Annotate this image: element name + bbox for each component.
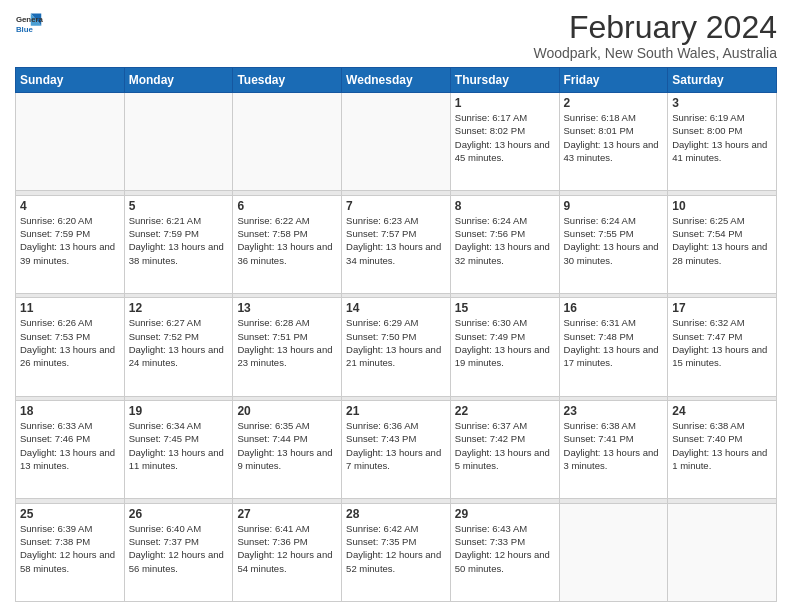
logo-area: General Blue bbox=[15, 10, 43, 38]
col-monday: Monday bbox=[124, 68, 233, 93]
calendar-cell: 20Sunrise: 6:35 AM Sunset: 7:44 PM Dayli… bbox=[233, 401, 342, 499]
calendar-cell: 14Sunrise: 6:29 AM Sunset: 7:50 PM Dayli… bbox=[342, 298, 451, 396]
calendar-cell: 29Sunrise: 6:43 AM Sunset: 7:33 PM Dayli… bbox=[450, 503, 559, 601]
day-detail: Sunrise: 6:31 AM Sunset: 7:48 PM Dayligh… bbox=[564, 316, 664, 369]
calendar-cell: 8Sunrise: 6:24 AM Sunset: 7:56 PM Daylig… bbox=[450, 195, 559, 293]
calendar-cell: 3Sunrise: 6:19 AM Sunset: 8:00 PM Daylig… bbox=[668, 93, 777, 191]
day-number: 29 bbox=[455, 507, 555, 521]
day-detail: Sunrise: 6:38 AM Sunset: 7:40 PM Dayligh… bbox=[672, 419, 772, 472]
calendar-cell bbox=[668, 503, 777, 601]
day-detail: Sunrise: 6:36 AM Sunset: 7:43 PM Dayligh… bbox=[346, 419, 446, 472]
day-number: 12 bbox=[129, 301, 229, 315]
day-number: 20 bbox=[237, 404, 337, 418]
day-number: 4 bbox=[20, 199, 120, 213]
calendar-cell: 5Sunrise: 6:21 AM Sunset: 7:59 PM Daylig… bbox=[124, 195, 233, 293]
day-number: 27 bbox=[237, 507, 337, 521]
month-title: February 2024 bbox=[533, 10, 777, 45]
day-number: 25 bbox=[20, 507, 120, 521]
calendar-cell: 28Sunrise: 6:42 AM Sunset: 7:35 PM Dayli… bbox=[342, 503, 451, 601]
day-detail: Sunrise: 6:34 AM Sunset: 7:45 PM Dayligh… bbox=[129, 419, 229, 472]
day-detail: Sunrise: 6:32 AM Sunset: 7:47 PM Dayligh… bbox=[672, 316, 772, 369]
day-detail: Sunrise: 6:22 AM Sunset: 7:58 PM Dayligh… bbox=[237, 214, 337, 267]
calendar-cell: 25Sunrise: 6:39 AM Sunset: 7:38 PM Dayli… bbox=[16, 503, 125, 601]
day-number: 3 bbox=[672, 96, 772, 110]
day-detail: Sunrise: 6:42 AM Sunset: 7:35 PM Dayligh… bbox=[346, 522, 446, 575]
day-detail: Sunrise: 6:24 AM Sunset: 7:55 PM Dayligh… bbox=[564, 214, 664, 267]
day-detail: Sunrise: 6:35 AM Sunset: 7:44 PM Dayligh… bbox=[237, 419, 337, 472]
day-detail: Sunrise: 6:25 AM Sunset: 7:54 PM Dayligh… bbox=[672, 214, 772, 267]
calendar-cell bbox=[559, 503, 668, 601]
calendar-cell: 7Sunrise: 6:23 AM Sunset: 7:57 PM Daylig… bbox=[342, 195, 451, 293]
day-number: 7 bbox=[346, 199, 446, 213]
day-number: 8 bbox=[455, 199, 555, 213]
header: General Blue February 2024 Woodpark, New… bbox=[15, 10, 777, 61]
day-detail: Sunrise: 6:43 AM Sunset: 7:33 PM Dayligh… bbox=[455, 522, 555, 575]
day-detail: Sunrise: 6:18 AM Sunset: 8:01 PM Dayligh… bbox=[564, 111, 664, 164]
day-detail: Sunrise: 6:20 AM Sunset: 7:59 PM Dayligh… bbox=[20, 214, 120, 267]
day-number: 1 bbox=[455, 96, 555, 110]
day-detail: Sunrise: 6:23 AM Sunset: 7:57 PM Dayligh… bbox=[346, 214, 446, 267]
calendar-cell: 11Sunrise: 6:26 AM Sunset: 7:53 PM Dayli… bbox=[16, 298, 125, 396]
calendar-cell: 2Sunrise: 6:18 AM Sunset: 8:01 PM Daylig… bbox=[559, 93, 668, 191]
calendar-cell: 12Sunrise: 6:27 AM Sunset: 7:52 PM Dayli… bbox=[124, 298, 233, 396]
day-detail: Sunrise: 6:19 AM Sunset: 8:00 PM Dayligh… bbox=[672, 111, 772, 164]
day-number: 5 bbox=[129, 199, 229, 213]
calendar-cell: 1Sunrise: 6:17 AM Sunset: 8:02 PM Daylig… bbox=[450, 93, 559, 191]
calendar-cell: 19Sunrise: 6:34 AM Sunset: 7:45 PM Dayli… bbox=[124, 401, 233, 499]
col-wednesday: Wednesday bbox=[342, 68, 451, 93]
day-detail: Sunrise: 6:17 AM Sunset: 8:02 PM Dayligh… bbox=[455, 111, 555, 164]
logo-icon: General Blue bbox=[15, 10, 43, 38]
calendar-cell: 22Sunrise: 6:37 AM Sunset: 7:42 PM Dayli… bbox=[450, 401, 559, 499]
day-detail: Sunrise: 6:26 AM Sunset: 7:53 PM Dayligh… bbox=[20, 316, 120, 369]
calendar-cell bbox=[124, 93, 233, 191]
col-thursday: Thursday bbox=[450, 68, 559, 93]
calendar-cell: 17Sunrise: 6:32 AM Sunset: 7:47 PM Dayli… bbox=[668, 298, 777, 396]
svg-text:General: General bbox=[16, 15, 43, 24]
day-detail: Sunrise: 6:40 AM Sunset: 7:37 PM Dayligh… bbox=[129, 522, 229, 575]
calendar-cell bbox=[233, 93, 342, 191]
day-number: 21 bbox=[346, 404, 446, 418]
day-detail: Sunrise: 6:28 AM Sunset: 7:51 PM Dayligh… bbox=[237, 316, 337, 369]
title-area: February 2024 Woodpark, New South Wales,… bbox=[533, 10, 777, 61]
day-number: 22 bbox=[455, 404, 555, 418]
day-detail: Sunrise: 6:37 AM Sunset: 7:42 PM Dayligh… bbox=[455, 419, 555, 472]
day-number: 13 bbox=[237, 301, 337, 315]
day-number: 6 bbox=[237, 199, 337, 213]
col-tuesday: Tuesday bbox=[233, 68, 342, 93]
day-detail: Sunrise: 6:30 AM Sunset: 7:49 PM Dayligh… bbox=[455, 316, 555, 369]
calendar-cell: 24Sunrise: 6:38 AM Sunset: 7:40 PM Dayli… bbox=[668, 401, 777, 499]
day-detail: Sunrise: 6:39 AM Sunset: 7:38 PM Dayligh… bbox=[20, 522, 120, 575]
calendar-cell: 26Sunrise: 6:40 AM Sunset: 7:37 PM Dayli… bbox=[124, 503, 233, 601]
location-title: Woodpark, New South Wales, Australia bbox=[533, 45, 777, 61]
day-detail: Sunrise: 6:41 AM Sunset: 7:36 PM Dayligh… bbox=[237, 522, 337, 575]
col-friday: Friday bbox=[559, 68, 668, 93]
day-number: 19 bbox=[129, 404, 229, 418]
col-sunday: Sunday bbox=[16, 68, 125, 93]
calendar-cell: 9Sunrise: 6:24 AM Sunset: 7:55 PM Daylig… bbox=[559, 195, 668, 293]
calendar-cell: 10Sunrise: 6:25 AM Sunset: 7:54 PM Dayli… bbox=[668, 195, 777, 293]
calendar-cell: 23Sunrise: 6:38 AM Sunset: 7:41 PM Dayli… bbox=[559, 401, 668, 499]
day-detail: Sunrise: 6:24 AM Sunset: 7:56 PM Dayligh… bbox=[455, 214, 555, 267]
day-number: 14 bbox=[346, 301, 446, 315]
day-number: 26 bbox=[129, 507, 229, 521]
calendar-cell: 18Sunrise: 6:33 AM Sunset: 7:46 PM Dayli… bbox=[16, 401, 125, 499]
calendar-cell: 13Sunrise: 6:28 AM Sunset: 7:51 PM Dayli… bbox=[233, 298, 342, 396]
calendar-cell: 4Sunrise: 6:20 AM Sunset: 7:59 PM Daylig… bbox=[16, 195, 125, 293]
day-number: 24 bbox=[672, 404, 772, 418]
day-detail: Sunrise: 6:21 AM Sunset: 7:59 PM Dayligh… bbox=[129, 214, 229, 267]
day-number: 11 bbox=[20, 301, 120, 315]
day-number: 18 bbox=[20, 404, 120, 418]
day-number: 28 bbox=[346, 507, 446, 521]
day-detail: Sunrise: 6:27 AM Sunset: 7:52 PM Dayligh… bbox=[129, 316, 229, 369]
calendar-cell: 16Sunrise: 6:31 AM Sunset: 7:48 PM Dayli… bbox=[559, 298, 668, 396]
day-number: 2 bbox=[564, 96, 664, 110]
day-number: 17 bbox=[672, 301, 772, 315]
day-number: 15 bbox=[455, 301, 555, 315]
calendar-cell: 15Sunrise: 6:30 AM Sunset: 7:49 PM Dayli… bbox=[450, 298, 559, 396]
calendar-cell bbox=[16, 93, 125, 191]
page: General Blue February 2024 Woodpark, New… bbox=[0, 0, 792, 612]
col-saturday: Saturday bbox=[668, 68, 777, 93]
calendar-cell: 21Sunrise: 6:36 AM Sunset: 7:43 PM Dayli… bbox=[342, 401, 451, 499]
calendar-cell: 27Sunrise: 6:41 AM Sunset: 7:36 PM Dayli… bbox=[233, 503, 342, 601]
day-number: 9 bbox=[564, 199, 664, 213]
